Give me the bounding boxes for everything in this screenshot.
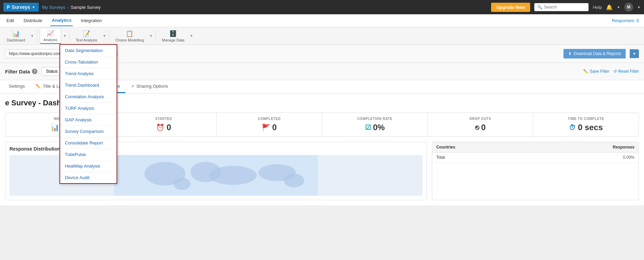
reset-filter-label: Reset Filter (618, 69, 639, 74)
download-label: Download Data & Reports (574, 51, 621, 56)
second-nav-bar: Edit Distribute Analytics Integration Re… (0, 14, 644, 27)
toolbar-analysis-arrow[interactable]: ▼ (63, 34, 67, 38)
logo-letter: P (7, 4, 10, 10)
toolbar-text-arrow[interactable]: ▼ (103, 34, 106, 38)
drop-outs-number: 0 (481, 123, 486, 132)
time-number: 0 secs (578, 123, 603, 132)
breadcrumb-my-surveys[interactable]: My Surveys (42, 5, 65, 10)
toolbar-choice-arrow[interactable]: ▼ (150, 34, 153, 38)
stat-drop-outs-value: ⎋ 0 (433, 123, 528, 132)
manage-data-icon: 🗄️ (169, 30, 177, 37)
search-input[interactable] (544, 5, 588, 10)
text-analysis-icon: 📝 (83, 30, 90, 37)
table-row: Total 0.00% (432, 153, 639, 162)
nav-edit[interactable]: Edit (5, 15, 15, 26)
dashboard-icon: 📊 (12, 30, 20, 37)
help-link[interactable]: Help (593, 5, 602, 10)
stat-drop-outs-label: DROP OUTS (433, 117, 528, 121)
download-icon: ⬇ (568, 51, 572, 56)
toolbar-choice-modelling[interactable]: 📋 Choice Modelling (112, 29, 147, 44)
tab-sharing-label: Sharing Options (136, 84, 168, 89)
search-icon: 🔍 (537, 5, 542, 10)
notification-dropdown-icon[interactable]: ▼ (617, 5, 620, 9)
toolbar-dashboard-arrow[interactable]: ▼ (31, 34, 34, 38)
stat-time-to-complete: TIME TO COMPLETE ⏱ 0 secs (533, 113, 639, 136)
top-bar-right: Upgrade Now 🔍 Help 🔔 ▼ M ▼ (491, 3, 641, 12)
stat-completion-rate: COMPLETION RATE ☑ 0% (322, 113, 428, 136)
avatar-dropdown-icon[interactable]: ▼ (637, 5, 641, 9)
toolbar: 📊 Dashboard ▼ 📈 Analysis ▼ 📝 Text Analys… (0, 27, 644, 45)
completed-number: 0 (272, 123, 277, 132)
menu-item-trend-dashboard[interactable]: Trend Dashboard (60, 80, 117, 91)
toolbar-analysis[interactable]: 📈 Analysis (40, 28, 61, 44)
stat-started-value: ⏰ 0 (116, 123, 211, 132)
menu-item-correlation-analysis[interactable]: Correlation Analysis (60, 91, 117, 103)
toolbar-manage-arrow[interactable]: ▼ (190, 34, 193, 38)
stat-drop-outs: DROP OUTS ⎋ 0 (428, 113, 534, 136)
menu-item-gap-analysis[interactable]: GAP Analysis (60, 114, 117, 126)
countries-header: Countries (436, 145, 607, 150)
menu-item-survey-comparison[interactable]: Survey Comparison (60, 126, 117, 137)
save-filter-icon: ✏️ (583, 69, 588, 74)
reset-filter-icon: ↺ (613, 69, 617, 74)
menu-item-turf-analysis[interactable]: TURF Analysis (60, 103, 117, 114)
app-name: Surveys (12, 4, 30, 10)
wed-icon: 📊 (51, 123, 59, 132)
search-box[interactable]: 🔍 (534, 3, 589, 11)
menu-item-data-segmentation[interactable]: Data Segmentation (60, 45, 117, 56)
menu-item-cross-tabulation[interactable]: Cross-Tabulation (60, 56, 117, 68)
stat-time-value: ⏱ 0 secs (538, 123, 633, 132)
app-dropdown-arrow[interactable]: ▼ (32, 5, 35, 9)
menu-item-trend-analysis[interactable]: Trend Analysis (60, 68, 117, 80)
sharing-icon: ↗ (131, 84, 134, 89)
started-icon: ⏰ (156, 123, 164, 132)
download-dropdown-button[interactable]: ▼ (630, 49, 639, 58)
app-logo[interactable]: P Surveys ▼ (3, 3, 39, 12)
upgrade-button[interactable]: Upgrade Now (491, 3, 530, 12)
nav-integration[interactable]: Integration (80, 15, 103, 26)
nav-analytics[interactable]: Analytics (50, 15, 73, 26)
menu-item-tubepulse[interactable]: TubePulse (60, 149, 117, 160)
completion-rate-icon: ☑ (365, 123, 371, 132)
stat-completed: COMPLETED 🚩 0 (216, 113, 322, 136)
analysis-dropdown-menu: Data Segmentation Cross-Tabulation Trend… (59, 44, 117, 184)
country-table-header: Countries Responses (432, 142, 639, 153)
toolbar-dashboard-label: Dashboard (7, 38, 25, 42)
notification-bell-icon[interactable]: 🔔 (606, 4, 613, 11)
menu-item-device-audit[interactable]: Device Audit (60, 172, 117, 183)
toolbar-text-analysis[interactable]: 📝 Text Analysis (72, 29, 101, 44)
toolbar-text-label: Text Analysis (76, 38, 98, 42)
toolbar-sep-4 (155, 30, 156, 42)
tab-sharing-options[interactable]: ↗ Sharing Options (125, 80, 173, 93)
download-data-button[interactable]: ⬇ Download Data & Reports (563, 49, 626, 58)
top-bar: P Surveys ▼ My Surveys › Sample Survey U… (0, 0, 644, 14)
breadcrumb-current: Sample Survey (71, 5, 101, 10)
choice-modelling-icon: 📋 (126, 30, 133, 37)
avatar[interactable]: M (624, 3, 633, 12)
menu-item-consolidate-report[interactable]: Consolidate Report (60, 137, 117, 149)
time-icon: ⏱ (569, 124, 576, 132)
analysis-icon: 📈 (47, 30, 54, 37)
stat-completed-value: 🚩 0 (222, 123, 317, 132)
started-number: 0 (167, 123, 171, 132)
reset-filter-link[interactable]: ↺ Reset Filter (613, 69, 639, 74)
responses-count: Responses: 0 (612, 18, 639, 23)
svg-point-6 (173, 178, 190, 190)
toolbar-analysis-label: Analysis (43, 38, 57, 42)
country-table: Countries Responses Total 0.00% (432, 142, 639, 200)
filter-help-icon[interactable]: ? (32, 69, 37, 74)
completion-rate-number: 0% (373, 123, 385, 132)
toolbar-dashboard[interactable]: 📊 Dashboard (3, 29, 29, 44)
stat-started: STARTED ⏰ 0 (111, 113, 217, 136)
stat-completion-rate-label: COMPLETION RATE (327, 117, 422, 121)
toolbar-manage-data[interactable]: 🗄️ Manage Data (158, 29, 188, 44)
nav-distribute[interactable]: Distribute (22, 15, 43, 26)
filter-title-text: Filter Data (5, 69, 30, 74)
menu-item-heatmap-analysis[interactable]: HeatMap Analysis (60, 160, 117, 172)
filter-actions: ✏️ Save Filter ↺ Reset Filter (583, 69, 639, 74)
stat-started-label: STARTED (116, 117, 211, 121)
save-filter-link[interactable]: ✏️ Save Filter (583, 69, 609, 74)
stat-time-label: TIME TO COMPLETE (538, 117, 633, 121)
tab-settings[interactable]: Settings (3, 80, 30, 93)
stat-completion-rate-value: ☑ 0% (327, 123, 422, 132)
